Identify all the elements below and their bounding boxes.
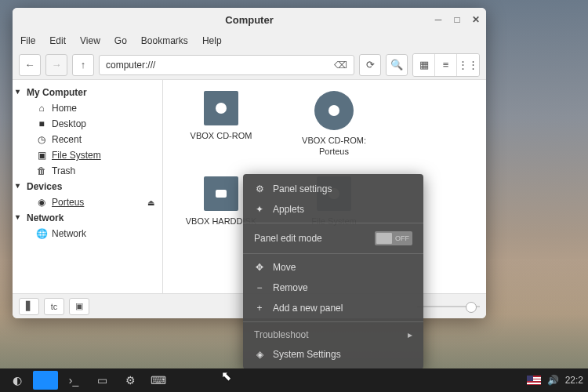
menu-go[interactable]: Go [114,35,127,46]
refresh-button[interactable]: ⟳ [359,54,381,76]
list-view-button[interactable]: ≡ [435,54,457,76]
separator [243,223,423,223]
start-menu-button[interactable]: ◐ [5,371,30,390]
sidebar-group-network[interactable]: Network [13,210,162,226]
sidebar-group-mycomputer[interactable]: My Computer [13,85,162,100]
harddisk-icon [204,176,238,211]
separator [243,253,423,254]
show-desktop-button[interactable] [33,371,58,390]
icon-view-button[interactable]: ▦ [413,54,435,76]
menu-panel-settings[interactable]: ⚙Panel settings [243,179,423,199]
disc-icon [314,91,354,130]
puzzle-icon: ✦ [254,204,265,215]
recent-icon: ◷ [36,134,47,145]
separator [243,321,423,322]
sidebar-item-porteus[interactable]: ◉Porteus [13,194,162,210]
toggle-switch[interactable]: OFF [375,231,412,245]
menu-panel-edit-mode[interactable]: Panel edit modeOFF [243,227,423,250]
minimize-button[interactable]: ─ [433,14,444,25]
clear-location-icon[interactable]: ⌫ [334,60,347,71]
menu-help[interactable]: Help [202,35,222,46]
terminal-launcher[interactable]: ›_ [61,371,86,390]
menu-remove[interactable]: −Remove [243,278,423,298]
treeview-toggle-button[interactable]: tc [44,298,64,315]
settings-launcher[interactable]: ⚙ [118,371,143,390]
minus-icon: − [254,282,265,293]
drive-vbox-cdrom-porteus[interactable]: VBOX CD-ROM: Porteus [287,91,381,158]
plus-icon: + [254,303,265,314]
desktop-icon: ■ [36,118,47,129]
trash-icon: 🗑 [36,165,47,176]
chevron-right-icon: ▸ [408,329,412,340]
menu-view[interactable]: View [80,35,100,46]
sidebar-item-filesystem[interactable]: ▣File System [13,147,162,163]
menu-system-settings[interactable]: ◈System Settings [243,344,423,365]
menu-file[interactable]: File [20,35,35,46]
keyboard-launcher[interactable]: ⌨ [146,371,171,390]
window-title: Computer [225,14,273,26]
disc-icon: ◉ [36,197,47,208]
sidebar-item-network[interactable]: 🌐Network [13,226,162,241]
move-icon: ✥ [254,262,265,273]
clock[interactable]: 22:2 [565,375,583,386]
menu-troubleshoot[interactable]: Troubleshoot▸ [243,325,423,344]
menu-add-panel[interactable]: +Add a new panel [243,298,423,318]
menubar: File Edit View Go Bookmarks Help [13,31,486,50]
close-sidebar-button[interactable]: ▣ [69,298,89,315]
gear-icon: ⚙ [254,183,265,194]
taskbar: ◐ ›_ ▭ ⚙ ⌨ 🔊 22:2 [0,368,588,392]
home-icon: ⌂ [36,103,47,114]
volume-icon[interactable]: 🔊 [547,375,559,386]
search-button[interactable]: 🔍 [386,54,408,76]
sidebar-item-trash[interactable]: 🗑Trash [13,163,162,179]
sidebar-group-devices[interactable]: Devices [13,179,162,194]
panel-context-menu: ⚙Panel settings ✦Applets Panel edit mode… [243,174,423,369]
files-launcher[interactable]: ▭ [89,371,114,390]
menu-applets[interactable]: ✦Applets [243,199,423,220]
cursor-icon: ⬉ [221,368,231,383]
location-text: computer:/// [106,60,155,71]
maximize-button[interactable]: □ [452,14,463,25]
compact-view-button[interactable]: ⋮⋮ [457,54,479,76]
settings-icon: ◈ [254,349,265,360]
network-icon: 🌐 [36,228,47,239]
keyboard-layout-indicator[interactable] [527,376,541,385]
location-bar[interactable]: computer:/// ⌫ [99,55,354,75]
back-button[interactable]: ← [19,54,41,76]
sidebar: My Computer ⌂Home ■Desktop ◷Recent ▣File… [13,80,163,293]
toolbar: ← → ↑ computer:/// ⌫ ⟳ 🔍 ▦ ≡ ⋮⋮ [13,50,486,80]
places-toggle-button[interactable]: ▋ [19,298,39,315]
drive-icon [204,91,238,125]
sidebar-item-desktop[interactable]: ■Desktop [13,116,162,132]
zoom-slider[interactable] [417,302,480,311]
close-button[interactable]: ✕ [470,14,481,25]
menu-edit[interactable]: Edit [49,35,66,46]
sidebar-item-recent[interactable]: ◷Recent [13,132,162,147]
filesystem-icon: ▣ [36,150,47,161]
drive-vbox-cdrom[interactable]: VBOX CD-ROM [174,91,268,158]
sidebar-item-home[interactable]: ⌂Home [13,100,162,116]
titlebar[interactable]: Computer ─ □ ✕ [13,8,486,31]
menu-bookmarks[interactable]: Bookmarks [141,35,188,46]
forward-button[interactable]: → [45,54,67,76]
up-button[interactable]: ↑ [72,54,94,76]
menu-move[interactable]: ✥Move [243,257,423,278]
view-switcher: ▦ ≡ ⋮⋮ [412,53,480,77]
